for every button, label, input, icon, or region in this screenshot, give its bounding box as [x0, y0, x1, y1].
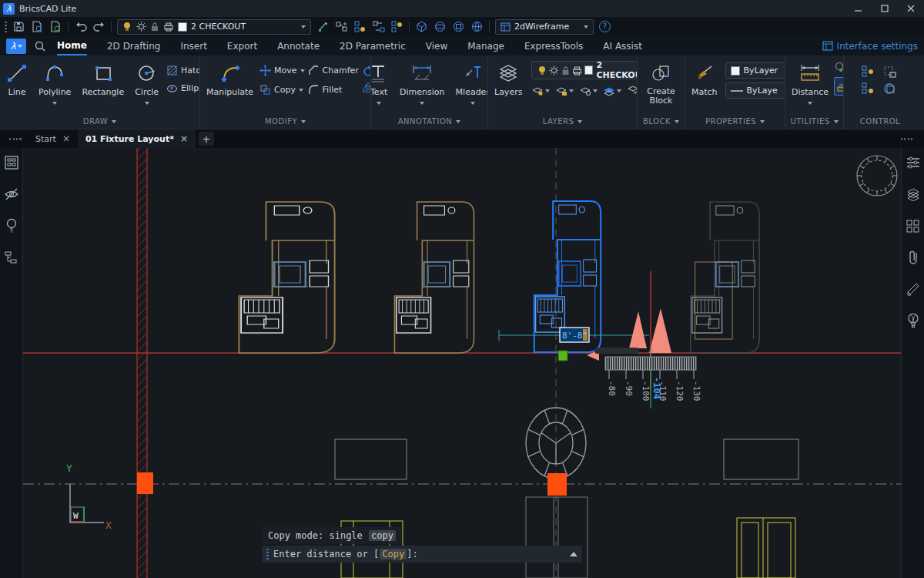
command-input[interactable]: Enter distance or [Copy]: [262, 546, 582, 563]
id-point-icon[interactable] [834, 61, 844, 73]
view-sphere-icon[interactable] [434, 20, 447, 33]
maximize-button[interactable] [872, 0, 898, 17]
minimize-button[interactable] [845, 0, 872, 17]
rectangle-button[interactable]: Rectangle [79, 59, 127, 99]
selection-grip[interactable] [558, 351, 567, 361]
tips-balloon-icon[interactable] [905, 312, 922, 329]
toolbar-drag-handle[interactable] [5, 22, 7, 32]
panel-label-utilities[interactable]: UTILITIES [788, 115, 840, 127]
structure-tree-icon[interactable] [3, 249, 20, 266]
sheets-panel-icon[interactable] [905, 281, 922, 297]
command-option-hotkey[interactable]: Copy [382, 549, 404, 560]
view-gem-icon[interactable] [452, 20, 465, 33]
panel-label-annotation[interactable]: ANNOTATION [374, 115, 484, 127]
ribbon-tab-insert[interactable]: Insert [180, 36, 206, 55]
ribbon-tab-view[interactable]: View [426, 36, 447, 55]
fixture-tan[interactable] [394, 202, 474, 353]
layer-lock-button[interactable] [555, 86, 574, 96]
dimension-button[interactable]: Dimension [397, 59, 447, 109]
annotation-monitor-icon[interactable] [316, 20, 330, 33]
fixture-dim[interactable] [691, 202, 759, 353]
document-tab-01-fixture-layout-[interactable]: 01 Fixture Layout*× [78, 129, 196, 148]
panel-label-properties[interactable]: PROPERTIES [688, 115, 782, 127]
ribbon-tab-home[interactable]: Home [57, 36, 87, 55]
panel-label-layers[interactable]: LAYERS [491, 115, 634, 127]
ribbon-tab-export[interactable]: Export [227, 36, 257, 55]
tabbar-drag-handle[interactable] [9, 138, 23, 140]
chamfer-button[interactable]: Chamfer [308, 64, 359, 77]
manipulate-button[interactable]: Manipulate [203, 59, 256, 99]
text-button[interactable]: Text [371, 59, 392, 109]
hide-objects-eye-icon[interactable] [3, 186, 20, 203]
mleader-button[interactable]: Mleader [453, 59, 488, 109]
share-drawing-icon[interactable] [49, 20, 62, 33]
blocks-light-icon[interactable] [390, 20, 403, 33]
panel-label-modify[interactable]: MODIFY [203, 115, 367, 127]
layers-button[interactable]: Layers [491, 59, 525, 99]
move-button[interactable]: Move [259, 64, 305, 77]
attachments-panel-icon[interactable] [905, 249, 922, 266]
right-panel-drag-handle[interactable] [901, 138, 915, 140]
ribbon-tab-2d-parametric[interactable]: 2D Parametric [340, 36, 406, 55]
layer-state-dropdown[interactable]: 2 CHECKOUT [117, 19, 311, 35]
entity-light-icon[interactable] [862, 82, 875, 95]
create-block-button[interactable]: CreateBlock [644, 59, 678, 107]
visual-style-dropdown[interactable]: 2dWireframe [495, 19, 594, 35]
panel-label-block[interactable]: BLOCK [641, 115, 681, 127]
layer-isolate-button[interactable] [603, 86, 621, 96]
ribbon-tab-annotate[interactable]: Annotate [277, 36, 320, 55]
ribbon-tab-2d-drafting[interactable]: 2D Drafting [107, 36, 161, 55]
panels-icon[interactable] [3, 154, 20, 171]
properties-panel-icon[interactable] [905, 154, 922, 171]
mirror-icon[interactable] [362, 82, 371, 94]
ribbon-tab-ai-assist[interactable]: AI Assist [603, 36, 642, 55]
add-node-icon[interactable] [335, 20, 348, 33]
distance-button[interactable]: Distance [788, 59, 832, 109]
copy-button[interactable]: Copy [259, 83, 305, 96]
polyline-button[interactable]: Polyline [35, 59, 74, 109]
line-button[interactable]: Line [3, 59, 31, 99]
document-tab-start[interactable]: Start× [28, 129, 78, 148]
save-icon[interactable] [12, 20, 25, 33]
ribbon-tab-manage[interactable]: Manage [467, 36, 504, 55]
help-icon[interactable]: ? [599, 21, 611, 32]
panel-label-control[interactable]: CONTROL [847, 115, 913, 127]
redo-icon[interactable] [92, 20, 105, 33]
selection-modes-icon[interactable] [883, 66, 897, 78]
lightbulb-icon[interactable] [3, 217, 20, 234]
undo-icon[interactable] [74, 20, 87, 33]
ellipse-button[interactable]: Ellipse [166, 82, 200, 95]
circle-button[interactable]: Circle [132, 59, 162, 109]
interface-settings-button[interactable]: Interface settings [822, 41, 918, 52]
quick-measure-button[interactable] [834, 77, 844, 96]
open-drawing-icon[interactable] [31, 20, 44, 33]
color-dropdown[interactable]: ByLayer [725, 62, 785, 79]
layers-panel-icon[interactable] [905, 186, 922, 203]
application-menu-button[interactable]: λ [6, 39, 26, 54]
search-icon[interactable] [34, 40, 46, 52]
drawing-canvas[interactable]: -80-90-100-110-120-130 -104 8'-8" [23, 148, 901, 578]
blocks-highlight-icon[interactable] [353, 20, 367, 33]
view-globe-icon[interactable] [470, 20, 484, 33]
layer-off-button[interactable] [531, 86, 550, 96]
close-tab-icon[interactable]: × [62, 133, 70, 144]
fixture-tan[interactable] [239, 202, 334, 353]
ribbon-tab-expresstools[interactable]: ExpressTools [524, 36, 583, 55]
blocks-swap-icon[interactable] [372, 20, 385, 33]
close-button[interactable] [898, 0, 924, 17]
layer-freeze-button[interactable] [579, 86, 598, 96]
layer-states-button[interactable] [627, 83, 638, 98]
viewport-control-icon[interactable] [883, 82, 897, 95]
dynamic-dimension-input[interactable]: 8'-8" [560, 328, 589, 342]
command-expand-icon[interactable] [570, 548, 578, 556]
ribbon-layer-state[interactable]: 2 CHECKOUT [531, 61, 638, 79]
hatch-button[interactable]: Hatch... [166, 64, 200, 77]
new-document-tab-button[interactable]: + [199, 132, 214, 146]
rotate-icon[interactable] [362, 66, 371, 78]
blocks-panel-icon[interactable] [905, 217, 922, 234]
panel-label-draw[interactable]: DRAW [3, 115, 196, 127]
match-properties-button[interactable]: Match [688, 59, 721, 99]
close-tab-icon[interactable]: × [180, 133, 188, 144]
view-cube-icon[interactable] [415, 20, 428, 33]
linetype-dropdown[interactable]: ByLaye [725, 82, 785, 99]
